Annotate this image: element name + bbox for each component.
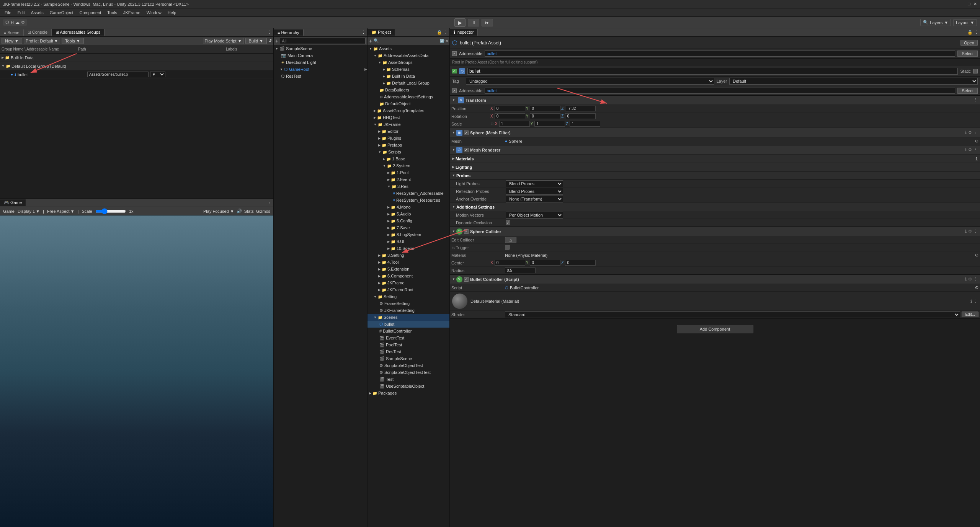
edit-collider-btn[interactable]: △ [505, 237, 516, 243]
motion-vectors-dropdown[interactable]: Per Object Motion [506, 212, 563, 219]
material-info[interactable]: ℹ [970, 299, 972, 304]
scenes-folder[interactable]: ▼ 📁 Scenes [368, 314, 449, 321]
bullet-controller-info[interactable]: ℹ [965, 277, 967, 282]
sphere-collider-options[interactable]: ⋮ [973, 229, 978, 234]
project-menu[interactable]: ⋮ [444, 30, 448, 35]
hier-gameroot[interactable]: ▼ ⬡ GameRoot ▶ [274, 66, 367, 73]
jkframe-folder[interactable]: ▼ 📁 JKFrame [368, 121, 449, 128]
bullet-controller-file[interactable]: # BulletController [368, 328, 449, 334]
probes-section[interactable]: ▼ Probes [450, 171, 980, 180]
stats-button[interactable]: Stats [244, 209, 254, 214]
static-checkbox[interactable] [973, 69, 978, 73]
addressable-input[interactable] [485, 51, 955, 57]
sphere-collider-settings[interactable]: ⚙ [968, 229, 972, 234]
res-folder[interactable]: ▼ 📁 3.Res [368, 183, 449, 190]
gameobject-name-input[interactable] [467, 68, 958, 75]
profile-dropdown[interactable]: Profile: Default ▼ [24, 38, 60, 44]
default-local-group-folder[interactable]: ▶ 📁 Default Local Group [368, 80, 449, 86]
material-options[interactable]: ⋮ [973, 299, 978, 304]
menu-edit[interactable]: Edit [15, 10, 28, 16]
setting2-folder[interactable]: ▶ 📁 3.Setting [368, 252, 449, 259]
inspector-menu[interactable]: ⋮ [974, 30, 978, 35]
scale-x[interactable] [499, 121, 530, 127]
pos-z[interactable] [565, 106, 596, 111]
gizmos-dropdown[interactable]: Gizmos [256, 209, 270, 214]
layer-dropdown[interactable]: Default [729, 78, 978, 85]
bullet-controller-header[interactable]: ▼ ✎ ✓ Bullet Controller (Script) ℹ ⚙ ⋮ [450, 275, 980, 284]
jkframeroot-folder[interactable]: ▶ 📁 JKFrameRoot [368, 286, 449, 293]
tab-addressables[interactable]: ⊞ Addressables Groups [52, 29, 105, 36]
mesh-renderer-enabled[interactable]: ✓ [464, 148, 469, 152]
sphere-collider-info[interactable]: ℹ [965, 229, 967, 234]
mesh-filter-enabled[interactable]: ✓ [464, 131, 469, 135]
bullet-controller-options[interactable]: ⋮ [973, 277, 978, 282]
center-y[interactable] [530, 260, 560, 266]
test-file[interactable]: 🎬 Test [368, 376, 449, 383]
layers-label[interactable]: Layers [930, 20, 942, 25]
save-folder[interactable]: ▶ 📁 7.Save [368, 224, 449, 231]
addressable-asset-settings-folder[interactable]: ⚙ AddressableAssetSettings [368, 93, 449, 100]
mesh-filter-header[interactable]: ▼ ▦ ✓ Sphere (Mesh Filter) ℹ ⚙ ⋮ [450, 128, 980, 137]
menu-jkframe[interactable]: JKFrame [120, 10, 144, 16]
menu-file[interactable]: File [2, 10, 15, 16]
close-btn[interactable]: ✕ [973, 2, 977, 7]
play-mode-script-dropdown[interactable]: Play Mode Script ▼ [203, 38, 244, 44]
assets-root[interactable]: ▼ 📁 Assets [368, 45, 449, 52]
lock-icon[interactable]: 🔒 [437, 30, 442, 35]
addressable-assets-data[interactable]: ▼ 📁 AddressableAssetsData [368, 52, 449, 59]
scale-slider[interactable] [95, 208, 126, 214]
reflection-probes-dropdown[interactable]: Blend Probes [506, 188, 563, 195]
system-folder[interactable]: ▼ 📁 2.System [368, 162, 449, 169]
menu-window[interactable]: Window [144, 10, 165, 16]
is-trigger-checkbox[interactable] [505, 245, 510, 250]
radius-input[interactable] [505, 268, 536, 273]
bullet-file[interactable]: ⬡ bullet [368, 321, 449, 328]
mesh-renderer-options[interactable]: ⋮ [973, 147, 978, 152]
center-z[interactable] [565, 260, 596, 266]
layout-dropdown-icon[interactable]: ▼ [970, 20, 974, 25]
materials-section[interactable]: ▶ Materials 1 [450, 155, 980, 163]
hierarchy-menu[interactable]: ⋮ [360, 29, 367, 36]
pos-x[interactable] [495, 106, 525, 111]
extension-folder[interactable]: ▶ 📁 5.Extension [368, 266, 449, 272]
maximize-btn[interactable]: □ [968, 2, 970, 7]
jkframe2-folder[interactable]: ▶ 📁 JKFrame [368, 279, 449, 286]
hier-main-camera[interactable]: 📷 Main Camera [274, 52, 367, 59]
addressable-entry-bullet[interactable]: ● ℹ bullet ▼ [0, 70, 273, 79]
addressable-checkbox-2[interactable]: ✓ [452, 88, 457, 93]
hier-directional-light[interactable]: ☀ Directional Light [274, 59, 367, 66]
addressable-checkbox[interactable]: ✓ [452, 51, 457, 56]
lock-inspector-icon[interactable]: 🔒 [967, 30, 973, 35]
dynamic-occlusion-checkbox[interactable]: ✓ [506, 220, 510, 225]
bullet-controller-enabled[interactable]: ✓ [464, 277, 469, 282]
plugins-folder[interactable]: ▶ 📁 Plugins [368, 135, 449, 142]
tab-hierarchy[interactable]: ≡ Hierarchy [274, 29, 304, 36]
frame-setting-file[interactable]: ⚙ FrameSetting [368, 300, 449, 307]
res-resources-file[interactable]: # ResSystem_Resources [368, 197, 449, 204]
logsystem-folder[interactable]: ▶ 📁 8.LogSystem [368, 231, 449, 238]
use-scriptable-object-file[interactable]: 🎬 UseScriptableObject [368, 383, 449, 390]
select-button-1[interactable]: Select [957, 51, 978, 57]
sphere-collider-header[interactable]: ▼ ⬡ ✓ Sphere Collider ℹ ⚙ ⋮ [450, 227, 980, 236]
editor-folder[interactable]: ▶ 📁 Editor [368, 128, 449, 135]
lighting-section[interactable]: ▶ Lighting [450, 163, 980, 171]
menu-tools[interactable]: Tools [104, 10, 120, 16]
res-addressable-file[interactable]: # ResSystem_Addressable [368, 190, 449, 197]
volume-icon[interactable]: 🔊 [237, 209, 242, 214]
mesh-filter-settings[interactable]: ⚙ [968, 130, 972, 135]
pause-button[interactable]: ⏸ [468, 19, 479, 26]
refresh-icon[interactable]: ↺ [268, 38, 272, 43]
tab-project[interactable]: 📁 Project [368, 29, 395, 36]
schemas-folder[interactable]: ▶ 📁 Schemas [368, 66, 449, 73]
ui-folder[interactable]: ▶ 📁 9.UI [368, 238, 449, 245]
display-dropdown[interactable]: Display 1 ▼ [18, 209, 40, 214]
play-button[interactable]: ▶ [454, 18, 466, 27]
mesh-renderer-settings[interactable]: ⚙ [968, 147, 972, 152]
bullet-controller-settings[interactable]: ⚙ [968, 277, 972, 282]
menu-component[interactable]: Component [76, 10, 104, 16]
game-panel-menu[interactable]: ⋮ [266, 199, 273, 206]
transform-options[interactable]: ⋮ [973, 98, 978, 103]
select-button-2[interactable]: Select [957, 88, 978, 94]
menu-assets[interactable]: Assets [28, 10, 47, 16]
default-object-folder[interactable]: 📁 DefaultObject [368, 100, 449, 107]
